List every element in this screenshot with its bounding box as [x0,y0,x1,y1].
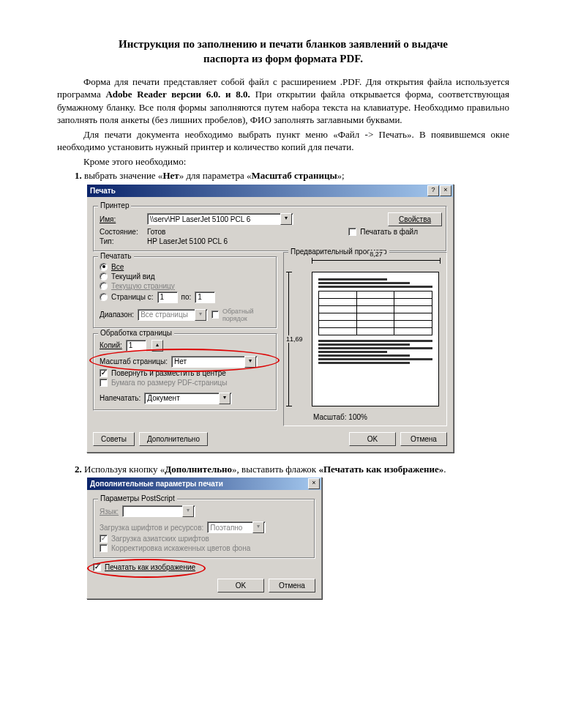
rotate-center-checkbox[interactable] [100,369,108,377]
chevron-down-icon: ▾ [252,521,264,533]
list-item-2: 2. Используя кнопку «Дополнительно», выс… [57,463,509,476]
print-title: Печать [89,187,116,195]
close-icon[interactable]: × [440,185,452,196]
printer-name-select[interactable]: \\serv\HP LaserJet 5100 PCL 6 ▾ [147,213,293,225]
color-correct-checkbox[interactable] [100,544,108,552]
printer-group: Принтер Имя: \\serv\HP LaserJet 5100 PCL… [93,206,447,252]
range-pages-radio[interactable] [100,293,108,301]
paper-size-checkbox[interactable] [100,379,108,387]
properties-button[interactable]: Свойства [388,212,442,226]
range-curpage-radio[interactable] [100,282,108,290]
advanced-button[interactable]: Дополнительно [139,432,208,446]
subset-select[interactable]: Все страницы ▾ [138,309,208,321]
print-what-select[interactable]: Документ ▾ [144,393,232,404]
language-select[interactable]: ▾ [122,505,195,517]
pages-from-input[interactable]: 1 [157,291,178,303]
postscript-group: Параметры PostScript Язык: ▾ Загрузка шр… [93,499,315,559]
page-scaling-select[interactable]: Нет ▾ [171,356,258,368]
cancel-button[interactable]: Отмена [400,432,447,446]
list-item-1: 1. выбрать значение «Нет» для параметра … [57,169,509,182]
print-range-group: Печатать Все Текущий вид Текущую страниц… [93,256,277,329]
doc-title: Инструкция по заполнению и печати бланко… [57,37,509,67]
chevron-down-icon: ▾ [280,213,292,225]
copies-input[interactable]: 1 [126,340,146,352]
range-all-radio[interactable] [100,263,108,271]
reverse-checkbox[interactable] [211,311,219,319]
asian-fonts-checkbox[interactable] [100,535,108,543]
ok-button[interactable]: OK [217,579,264,593]
preview-zoom-label: Масштаб: 100% [313,413,367,421]
print-dialog: Печать ? × Принтер Имя: \\serv\HP LaserJ… [86,184,454,453]
cancel-button[interactable]: Отмена [269,579,315,593]
paragraph-3: Кроме этого необходимо: [57,155,509,168]
advanced-title: Дополнительные параметры печати [89,480,223,488]
paragraph-1: Форма для печати представляет собой файл… [57,75,509,127]
chevron-down-icon: ▾ [195,309,206,321]
ruler-horizontal: 8,27 [312,260,441,271]
advanced-dialog: Дополнительные параметры печати × Параме… [86,477,322,599]
close-icon[interactable]: × [308,478,320,489]
title-line2: паспорта из форм формата PDF. [203,53,363,64]
print-to-file-checkbox[interactable] [348,228,356,236]
advanced-titlebar[interactable]: Дополнительные параметры печати × [87,478,321,490]
chevron-down-icon: ▾ [182,505,194,517]
chevron-down-icon: ▾ [244,356,256,368]
name-label: Имя: [100,215,143,223]
tips-button[interactable]: Советы [93,432,135,446]
page-handling-group: Обработка страницы Копий: 1 ▴ Масштаб ст… [93,333,277,411]
chevron-down-icon: ▾ [219,393,231,404]
help-icon[interactable]: ? [427,185,439,196]
ok-button[interactable]: OK [349,432,396,446]
range-view-radio[interactable] [100,272,108,281]
ruler-vertical: 11,69 [288,272,310,406]
pages-to-input[interactable]: 1 [195,291,215,303]
preview-page [312,272,439,406]
font-download-select[interactable]: Поэтапно▾ [207,521,266,533]
paragraph-2: Для печати документа необходимо выбрать … [57,128,509,154]
print-as-image-checkbox[interactable] [93,563,101,571]
print-titlebar[interactable]: Печать ? × [87,185,453,197]
document-page: Инструкция по заполнению и печати бланко… [0,0,562,728]
spinner-icon[interactable]: ▴ [151,340,163,352]
preview-pane: Предварительный просмотр 8,27 11,69 Масш… [283,252,447,426]
title-line1: Инструкция по заполнению и печати бланко… [119,38,448,50]
